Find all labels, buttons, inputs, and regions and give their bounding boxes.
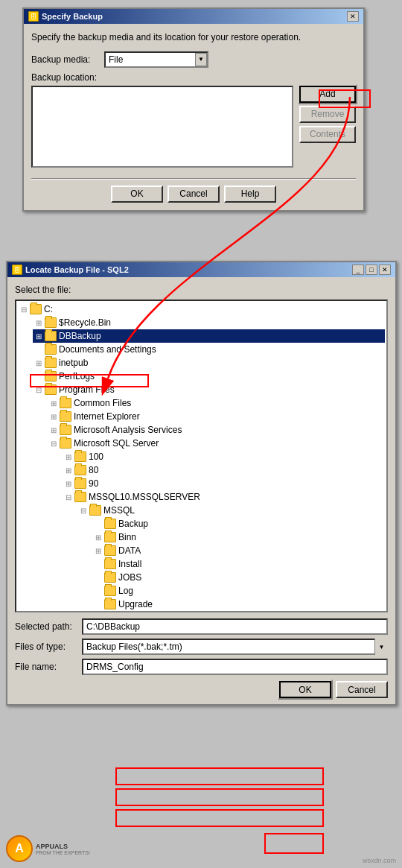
tree-expand-binn: ⊞ [92,531,104,543]
backup-media-select[interactable]: File [104,51,208,68]
locate-backup-content: Select the file: ⊟ C: ⊞ $Recycle.Bin ⊞ [7,277,395,704]
specify-backup-window: 🗄 Specify Backup ✕ Specify the backup me… [22,7,365,212]
appuals-name: APPUALS [36,843,90,850]
tree-label-100: 100 [89,452,103,462]
tree-item-mssql10[interactable]: ⊟ MSSQL10.MSSQLSERVER [63,490,385,504]
tree-label-install: Install [118,559,141,569]
tree-expand-sqlserver: ⊟ [48,437,60,449]
help-button[interactable]: Help [224,186,276,203]
tree-expand-analysis: ⊞ [48,424,60,436]
tree-label-docs: Documents and Settings [59,344,156,355]
add-button[interactable]: Add [299,86,356,103]
tree-label-80: 80 [89,465,98,475]
folder-icon-install [104,559,116,569]
appuals-tagline: FROM THE EXPERTS! [36,850,90,855]
file-name-row: File name: [15,659,388,675]
tree-children-sqlserver: ⊞ 100 ⊞ 80 ⊞ 90 [48,450,385,611]
tree-item-recycle[interactable]: ⊞ $Recycle.Bin [33,316,385,329]
titlebar-buttons: ✕ [347,11,359,22]
remove-button[interactable]: Remove [299,106,356,123]
folder-icon-perflogs [45,371,57,381]
tree-item-80[interactable]: ⊞ 80 [63,463,385,477]
bottom-form: Selected path: Files of type: Backup Fil… [7,612,395,704]
cancel-button[interactable]: Cancel [168,186,220,203]
tree-label-commonfiles: Common Files [74,398,131,408]
file-treeview[interactable]: ⊟ C: ⊞ $Recycle.Bin ⊞ DBBackup ⊞ [15,300,388,612]
tree-expand-backup: ⊞ [92,518,104,530]
backup-location-list [31,86,293,172]
tree-item-analysis[interactable]: ⊞ Microsoft Analysis Services [48,423,385,437]
locate-titlebar-buttons: _ □ ✕ [352,264,391,275]
tree-item-backup[interactable]: ⊞ Backup [92,517,385,530]
locate-ok-button[interactable]: OK [279,681,331,698]
bottom-btn-row: OK Cancel Help [31,186,356,203]
tree-item-log[interactable]: ⊞ Log [92,584,385,598]
tree-item-dbbackup[interactable]: ⊞ DBBackup [33,329,385,343]
maximize-button[interactable]: □ [366,264,377,275]
window-icon: 🗄 [28,11,39,22]
folder-icon-jobs [104,572,116,583]
files-of-type-row: Files of type: Backup Files(*.bak;*.tm) … [15,639,388,655]
tree-item-upgrade[interactable]: ⊞ Upgrade [92,598,385,611]
minimize-button[interactable]: _ [352,264,364,275]
locate-close-button[interactable]: ✕ [379,264,391,275]
window-title: Specify Backup [42,12,103,21]
tree-expand-c: ⊟ [18,303,30,315]
ok-button[interactable]: OK [111,186,163,203]
tree-item-100[interactable]: ⊞ 100 [63,450,385,463]
tree-item-c[interactable]: ⊟ C: [18,302,385,316]
folder-icon-sqlserver [60,438,71,449]
file-name-label: File name: [15,662,82,672]
tree-expand-80: ⊞ [63,464,74,476]
tree-children-programfiles: ⊞ Common Files ⊞ Internet Explorer ⊞ Mic… [33,396,385,612]
folder-icon-programfiles [45,384,57,395]
backup-media-row: Backup media: File ▼ [31,51,356,68]
folder-icon-c [30,304,42,314]
tree-item-data[interactable]: ⊞ DATA [92,544,385,557]
selected-path-input[interactable] [82,618,388,635]
tree-item-binn[interactable]: ⊞ Binn [92,530,385,544]
tree-label-binn: Binn [118,532,136,542]
appuals-text-block: APPUALS FROM THE EXPERTS! [36,843,90,855]
tree-item-mssql[interactable]: ⊟ MSSQL [77,504,385,517]
tree-item-ie[interactable]: ⊞ Internet Explorer [48,410,385,423]
file-name-input[interactable] [82,659,388,675]
files-of-type-label: Files of type: [15,642,82,652]
locate-btn-row: OK Cancel [15,681,388,698]
files-of-type-select[interactable]: Backup Files(*.bak;*.tm) [82,639,388,655]
tree-label-jobs: JOBS [118,572,141,583]
folder-icon-data [104,545,116,556]
tree-expand-docs: ⊞ [33,343,45,355]
folder-icon-log [104,586,116,596]
backup-location-row: Add Remove Contents [31,86,356,172]
tree-item-programfiles[interactable]: ⊟ Program Files [33,383,385,396]
tree-children-mssql10: ⊟ MSSQL ⊞ Backup [63,504,385,611]
locate-cancel-button[interactable]: Cancel [336,681,388,698]
tree-item-90[interactable]: ⊞ 90 [63,477,385,490]
contents-button[interactable]: Contents [299,126,356,143]
files-of-type-highlight [115,788,324,806]
tree-expand-90: ⊞ [63,478,74,490]
locate-backup-window: 🗄 Locate Backup File - SQL2 _ □ ✕ Select… [6,261,397,706]
tree-item-sqlserver[interactable]: ⊟ Microsoft SQL Server [48,437,385,450]
selected-path-label: Selected path: [15,621,82,632]
tree-label-dbbackup: DBBackup [59,331,101,341]
tree-label-ie: Internet Explorer [74,411,140,422]
tree-item-install[interactable]: ⊞ Install [92,557,385,571]
close-button[interactable]: ✕ [347,11,359,22]
separator [31,178,356,180]
tree-item-commonfiles[interactable]: ⊞ Common Files [48,396,385,410]
folder-icon-dbbackup [45,331,57,341]
specify-backup-content: Specify the backup media and its locatio… [24,24,363,210]
tree-item-inetpub[interactable]: ⊞ inetpub [33,356,385,370]
tree-expand-inetpub: ⊞ [33,357,45,369]
tree-item-docs[interactable]: ⊞ Documents and Settings [33,343,385,356]
tree-item-jobs[interactable]: ⊞ JOBS [92,571,385,584]
tree-item-perflogs[interactable]: ⊞ PerfLogs [33,370,385,383]
tree-label-analysis: Microsoft Analysis Services [74,425,182,435]
backup-location-listbox[interactable] [31,86,293,168]
watermark: wsxdn.com [363,857,396,864]
selected-path-row: Selected path: [15,618,388,635]
tree-label-inetpub: inetpub [59,358,88,368]
locate-ok-highlight [264,833,324,854]
